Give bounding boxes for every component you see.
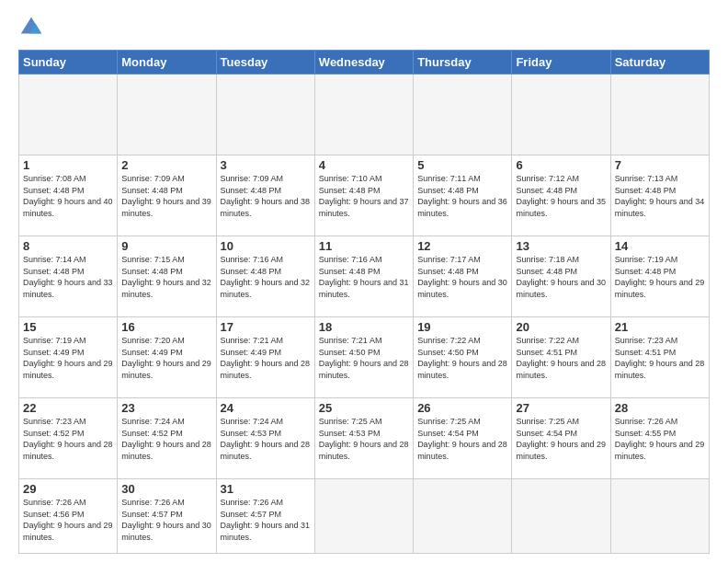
logo (18, 15, 48, 40)
calendar-cell: 29Sunrise: 7:26 AMSunset: 4:56 PMDayligh… (19, 479, 118, 554)
calendar-cell: 23Sunrise: 7:24 AMSunset: 4:52 PMDayligh… (118, 398, 216, 479)
calendar-cell: 12Sunrise: 7:17 AMSunset: 4:48 PMDayligh… (414, 236, 512, 317)
calendar-cell: 15Sunrise: 7:19 AMSunset: 4:49 PMDayligh… (19, 317, 118, 398)
header (18, 15, 710, 40)
day-number: 27 (516, 401, 606, 415)
calendar-cell: 20Sunrise: 7:22 AMSunset: 4:51 PMDayligh… (512, 317, 610, 398)
day-number: 3 (221, 158, 311, 172)
day-number: 24 (221, 401, 311, 415)
day-info: Sunrise: 7:11 AMSunset: 4:48 PMDaylight:… (417, 173, 507, 219)
calendar-cell: 21Sunrise: 7:23 AMSunset: 4:51 PMDayligh… (610, 317, 709, 398)
calendar-cell: 7Sunrise: 7:13 AMSunset: 4:48 PMDaylight… (610, 155, 709, 236)
calendar-cell: 28Sunrise: 7:26 AMSunset: 4:55 PMDayligh… (610, 398, 709, 479)
day-number: 14 (615, 239, 705, 253)
calendar-cell (314, 479, 413, 554)
calendar-table: SundayMondayTuesdayWednesdayThursdayFrid… (18, 50, 710, 554)
day-number: 13 (516, 239, 606, 253)
day-info: Sunrise: 7:16 AMSunset: 4:48 PMDaylight:… (221, 254, 311, 300)
day-info: Sunrise: 7:23 AMSunset: 4:52 PMDaylight:… (23, 416, 113, 462)
day-number: 18 (319, 320, 409, 334)
calendar-cell: 31Sunrise: 7:26 AMSunset: 4:57 PMDayligh… (216, 479, 314, 554)
day-info: Sunrise: 7:25 AMSunset: 4:53 PMDaylight:… (319, 416, 409, 462)
day-info: Sunrise: 7:14 AMSunset: 4:48 PMDaylight:… (23, 254, 113, 300)
day-info: Sunrise: 7:13 AMSunset: 4:48 PMDaylight:… (615, 173, 705, 219)
logo-icon (18, 15, 44, 40)
calendar-cell: 2Sunrise: 7:09 AMSunset: 4:48 PMDaylight… (118, 155, 216, 236)
day-number: 11 (319, 239, 409, 253)
day-info: Sunrise: 7:09 AMSunset: 4:48 PMDaylight:… (121, 173, 211, 219)
day-number: 26 (417, 401, 507, 415)
day-number: 4 (319, 158, 409, 172)
day-number: 21 (615, 320, 705, 334)
calendar-cell: 6Sunrise: 7:12 AMSunset: 4:48 PMDaylight… (512, 155, 610, 236)
calendar-cell: 30Sunrise: 7:26 AMSunset: 4:57 PMDayligh… (118, 479, 216, 554)
day-info: Sunrise: 7:18 AMSunset: 4:48 PMDaylight:… (516, 254, 606, 300)
day-info: Sunrise: 7:25 AMSunset: 4:54 PMDaylight:… (417, 416, 507, 462)
calendar-week-row: 15Sunrise: 7:19 AMSunset: 4:49 PMDayligh… (19, 317, 710, 398)
day-info: Sunrise: 7:16 AMSunset: 4:48 PMDaylight:… (319, 254, 409, 300)
calendar-cell: 18Sunrise: 7:21 AMSunset: 4:50 PMDayligh… (314, 317, 413, 398)
calendar-week-row: 8Sunrise: 7:14 AMSunset: 4:48 PMDaylight… (19, 236, 710, 317)
day-number: 5 (417, 158, 507, 172)
day-info: Sunrise: 7:26 AMSunset: 4:57 PMDaylight:… (121, 497, 211, 543)
day-info: Sunrise: 7:22 AMSunset: 4:51 PMDaylight:… (516, 335, 606, 381)
day-number: 19 (417, 320, 507, 334)
day-header-saturday: Saturday (610, 51, 709, 75)
day-info: Sunrise: 7:15 AMSunset: 4:48 PMDaylight:… (121, 254, 211, 300)
day-info: Sunrise: 7:08 AMSunset: 4:48 PMDaylight:… (23, 173, 113, 219)
day-header-monday: Monday (118, 51, 216, 75)
calendar-cell (512, 75, 610, 155)
day-number: 28 (615, 401, 705, 415)
calendar-cell (414, 75, 512, 155)
calendar-cell (314, 75, 413, 155)
day-info: Sunrise: 7:12 AMSunset: 4:48 PMDaylight:… (516, 173, 606, 219)
page: SundayMondayTuesdayWednesdayThursdayFrid… (0, 0, 728, 563)
day-info: Sunrise: 7:26 AMSunset: 4:55 PMDaylight:… (615, 416, 705, 462)
day-header-sunday: Sunday (19, 51, 118, 75)
calendar-cell: 11Sunrise: 7:16 AMSunset: 4:48 PMDayligh… (314, 236, 413, 317)
day-header-wednesday: Wednesday (314, 51, 413, 75)
day-info: Sunrise: 7:21 AMSunset: 4:50 PMDaylight:… (319, 335, 409, 381)
day-header-thursday: Thursday (414, 51, 512, 75)
day-number: 1 (23, 158, 113, 172)
day-number: 29 (23, 482, 113, 496)
day-info: Sunrise: 7:21 AMSunset: 4:49 PMDaylight:… (221, 335, 311, 381)
calendar-cell: 8Sunrise: 7:14 AMSunset: 4:48 PMDaylight… (19, 236, 118, 317)
calendar-week-row: 1Sunrise: 7:08 AMSunset: 4:48 PMDaylight… (19, 155, 710, 236)
day-number: 12 (417, 239, 507, 253)
calendar-cell (512, 479, 610, 554)
day-number: 9 (121, 239, 211, 253)
day-info: Sunrise: 7:24 AMSunset: 4:52 PMDaylight:… (121, 416, 211, 462)
calendar-week-row (19, 75, 710, 155)
calendar-cell: 1Sunrise: 7:08 AMSunset: 4:48 PMDaylight… (19, 155, 118, 236)
calendar-cell (610, 479, 709, 554)
day-info: Sunrise: 7:19 AMSunset: 4:49 PMDaylight:… (23, 335, 113, 381)
day-header-friday: Friday (512, 51, 610, 75)
day-info: Sunrise: 7:20 AMSunset: 4:49 PMDaylight:… (121, 335, 211, 381)
day-number: 30 (121, 482, 211, 496)
day-number: 8 (23, 239, 113, 253)
day-info: Sunrise: 7:09 AMSunset: 4:48 PMDaylight:… (221, 173, 311, 219)
calendar-cell (216, 75, 314, 155)
calendar-cell: 19Sunrise: 7:22 AMSunset: 4:50 PMDayligh… (414, 317, 512, 398)
day-info: Sunrise: 7:17 AMSunset: 4:48 PMDaylight:… (417, 254, 507, 300)
calendar-cell (19, 75, 118, 155)
calendar-cell (118, 75, 216, 155)
day-number: 10 (221, 239, 311, 253)
calendar-week-row: 29Sunrise: 7:26 AMSunset: 4:56 PMDayligh… (19, 479, 710, 554)
calendar-cell (610, 75, 709, 155)
day-number: 16 (121, 320, 211, 334)
day-number: 2 (121, 158, 211, 172)
day-number: 17 (221, 320, 311, 334)
calendar-cell: 5Sunrise: 7:11 AMSunset: 4:48 PMDaylight… (414, 155, 512, 236)
calendar-cell: 9Sunrise: 7:15 AMSunset: 4:48 PMDaylight… (118, 236, 216, 317)
calendar-cell: 26Sunrise: 7:25 AMSunset: 4:54 PMDayligh… (414, 398, 512, 479)
calendar-week-row: 22Sunrise: 7:23 AMSunset: 4:52 PMDayligh… (19, 398, 710, 479)
calendar-cell (414, 479, 512, 554)
day-number: 22 (23, 401, 113, 415)
day-info: Sunrise: 7:26 AMSunset: 4:57 PMDaylight:… (221, 497, 311, 543)
calendar-cell: 25Sunrise: 7:25 AMSunset: 4:53 PMDayligh… (314, 398, 413, 479)
calendar-cell: 4Sunrise: 7:10 AMSunset: 4:48 PMDaylight… (314, 155, 413, 236)
day-info: Sunrise: 7:24 AMSunset: 4:53 PMDaylight:… (221, 416, 311, 462)
calendar-cell: 13Sunrise: 7:18 AMSunset: 4:48 PMDayligh… (512, 236, 610, 317)
